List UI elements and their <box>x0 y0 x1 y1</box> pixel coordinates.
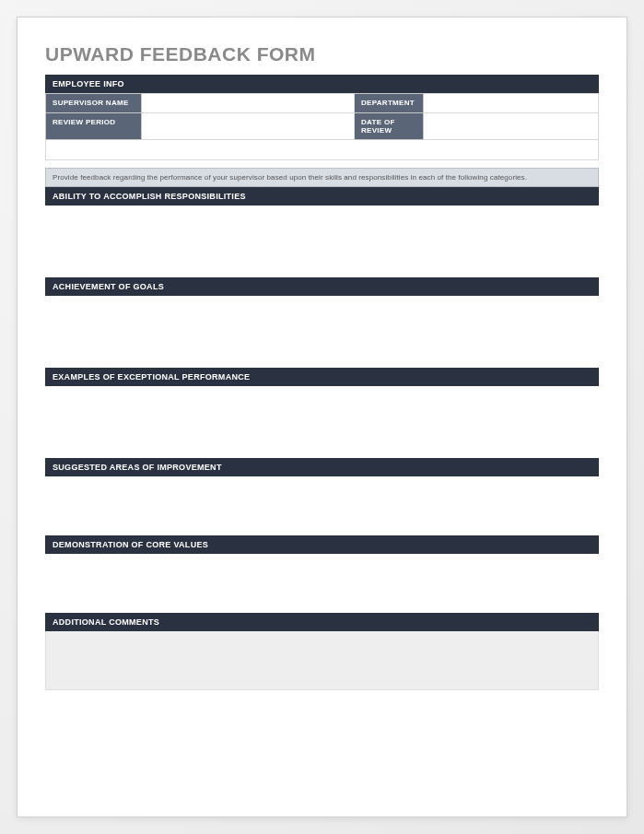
info-row-1: SUPERVISOR NAME DEPARTMENT <box>45 93 599 113</box>
section-header-goals: ACHIEVEMENT OF GOALS <box>45 277 599 296</box>
section-body-additional[interactable] <box>45 631 599 690</box>
section-body-responsibilities[interactable] <box>45 206 599 277</box>
spacer-row <box>45 140 599 160</box>
instruction-text: Provide feedback regarding the performan… <box>45 168 599 187</box>
section-body-core-values[interactable] <box>45 554 599 613</box>
section-body-exceptional[interactable] <box>45 386 599 458</box>
info-row-2: REVIEW PERIOD DATE OF REVIEW <box>45 113 599 140</box>
section-header-exceptional: EXAMPLES OF EXCEPTIONAL PERFORMANCE <box>45 368 599 386</box>
section-body-improvement[interactable] <box>45 476 599 535</box>
section-header-core-values: DEMONSTRATION OF CORE VALUES <box>45 535 599 554</box>
employee-info-header: EMPLOYEE INFO <box>45 75 599 93</box>
document-page: UPWARD FEEDBACK FORM EMPLOYEE INFO SUPER… <box>17 17 627 817</box>
supervisor-name-input[interactable] <box>142 93 355 113</box>
section-header-responsibilities: ABILITY TO ACCOMPLISH RESPONSIBILITIES <box>45 187 599 206</box>
department-label: DEPARTMENT <box>355 93 424 113</box>
department-input[interactable] <box>424 93 599 113</box>
date-of-review-input[interactable] <box>424 113 599 140</box>
section-header-improvement: SUGGESTED AREAS OF IMPROVEMENT <box>45 458 599 476</box>
date-of-review-label: DATE OF REVIEW <box>355 113 424 140</box>
section-body-goals[interactable] <box>45 296 599 368</box>
review-period-input[interactable] <box>142 113 355 140</box>
supervisor-name-label: SUPERVISOR NAME <box>45 93 142 113</box>
section-header-additional: ADDITIONAL COMMENTS <box>45 613 599 631</box>
review-period-label: REVIEW PERIOD <box>45 113 142 140</box>
form-title: UPWARD FEEDBACK FORM <box>45 43 599 65</box>
